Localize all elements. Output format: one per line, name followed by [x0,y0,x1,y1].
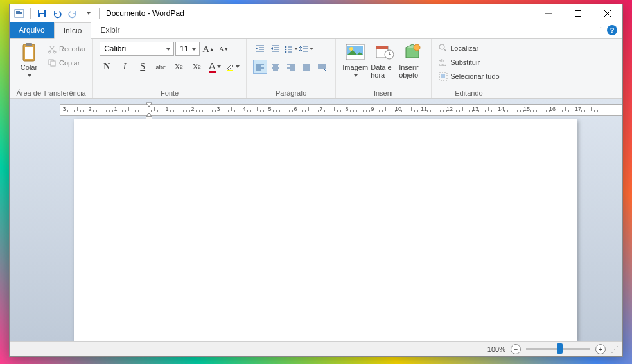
insert-image-button[interactable]: Imagem [340,40,371,75]
svg-rect-18 [51,61,55,66]
calendar-clock-icon [374,42,395,62]
qat-customize-dropdown[interactable] [81,6,95,21]
svg-rect-6 [39,10,44,13]
zoom-percent[interactable]: 100% [487,345,505,353]
line-spacing-icon[interactable] [299,42,313,56]
group-paragraph: Parágrafo [247,39,336,98]
svg-rect-9 [575,11,581,17]
align-right-icon[interactable] [284,60,298,74]
zoom-out-button[interactable]: − [511,344,521,354]
subscript-button[interactable]: X2 [171,60,186,74]
font-color-button[interactable]: A [207,60,222,74]
tab-home[interactable]: Início [54,22,92,39]
group-editing: Localizar abacSubstituir Selecionar tudo… [432,39,505,98]
shrink-font-icon[interactable]: A▼ [216,42,231,56]
svg-point-22 [285,51,287,53]
grow-font-icon[interactable]: A▲ [201,42,215,56]
font-size-combo[interactable]: 11 [175,42,200,56]
superscript-button[interactable]: X2 [189,60,204,74]
svg-rect-3 [16,13,22,14]
svg-point-21 [285,49,287,51]
svg-rect-37 [146,117,152,119]
align-center-icon[interactable] [268,60,283,74]
underline-button[interactable]: S [136,60,150,74]
align-left-icon[interactable] [253,60,267,74]
decrease-indent-icon[interactable] [253,42,267,56]
clipboard-icon [19,42,39,62]
copy-button[interactable]: Copiar [47,56,86,69]
picture-icon [345,42,365,62]
help-icon[interactable]: ? [607,25,617,35]
strikethrough-button[interactable]: abc [154,60,168,74]
svg-rect-4 [16,15,21,15]
tab-file[interactable]: Arquivo [10,22,54,38]
cut-button[interactable]: Recortar [47,42,86,55]
paragraph-dialog-icon[interactable] [315,60,329,74]
insert-datetime-button[interactable]: Data e hora [371,40,399,79]
close-button[interactable] [593,4,622,22]
ribbon: Colar Recortar Copiar Área de Transferên… [10,39,622,99]
replace-button[interactable]: abacSubstituir [438,56,480,69]
redo-icon[interactable] [66,6,80,21]
svg-rect-7 [40,14,44,17]
indent-marker-icon[interactable] [146,101,152,119]
window-title: Documento - WordPad [102,9,184,18]
increase-indent-icon[interactable] [268,42,283,56]
group-clipboard: Colar Recortar Copiar Área de Transferên… [10,39,93,98]
wordpad-window: Documento - WordPad Arquivo Início Exibi… [9,4,623,357]
align-justify-icon[interactable] [299,60,313,74]
font-family-combo[interactable]: Calibri [100,42,174,56]
svg-point-20 [285,46,287,48]
svg-rect-2 [16,12,22,13]
undo-icon[interactable] [50,6,64,21]
maximize-button[interactable] [563,4,593,22]
document-area: 3211234567891011121314151617 [10,99,622,341]
svg-rect-14 [26,43,32,46]
svg-rect-27 [376,46,388,49]
svg-line-32 [444,49,446,51]
minimize-button[interactable] [534,4,563,22]
paste-label: Colar [21,64,37,71]
app-icon[interactable] [12,6,26,21]
quick-access-toolbar [10,6,102,21]
object-icon [403,42,423,62]
document-page[interactable] [74,119,577,341]
bold-button[interactable]: N [100,60,114,74]
svg-rect-13 [25,47,33,59]
svg-rect-36 [441,74,445,78]
svg-rect-19 [227,70,233,71]
svg-text:ac: ac [441,62,446,67]
zoom-in-button[interactable]: + [595,344,606,354]
save-icon[interactable] [35,6,49,21]
statusbar: 100% − + ⋰ [10,341,622,356]
ribbon-tabs: Arquivo Início Exibir ˆ ? [10,22,622,39]
horizontal-ruler[interactable]: 3211234567891011121314151617 [60,104,622,116]
insert-object-button[interactable]: Inserir objeto [399,40,427,79]
find-button[interactable]: Localizar [438,42,478,55]
italic-button[interactable]: I [118,60,132,74]
group-insert: Imagem Data e hora Inserir objeto Inseri… [336,39,432,98]
svg-point-31 [439,44,444,49]
resize-grip-icon[interactable]: ⋰ [611,345,617,354]
paste-button[interactable]: Colar [13,40,44,75]
select-all-button[interactable]: Selecionar tudo [438,70,499,83]
highlight-color-button[interactable] [225,60,240,74]
svg-point-30 [414,44,420,51]
bullets-icon[interactable] [284,42,298,56]
zoom-slider[interactable] [526,348,590,350]
titlebar[interactable]: Documento - WordPad [10,4,622,22]
group-font: Calibri 11 A▲ A▼ N I S abc X2 X2 A Fonte [93,39,247,98]
ribbon-collapse-icon[interactable]: ˆ [600,27,602,34]
svg-rect-1 [16,11,20,12]
tab-view[interactable]: Exibir [91,22,128,38]
